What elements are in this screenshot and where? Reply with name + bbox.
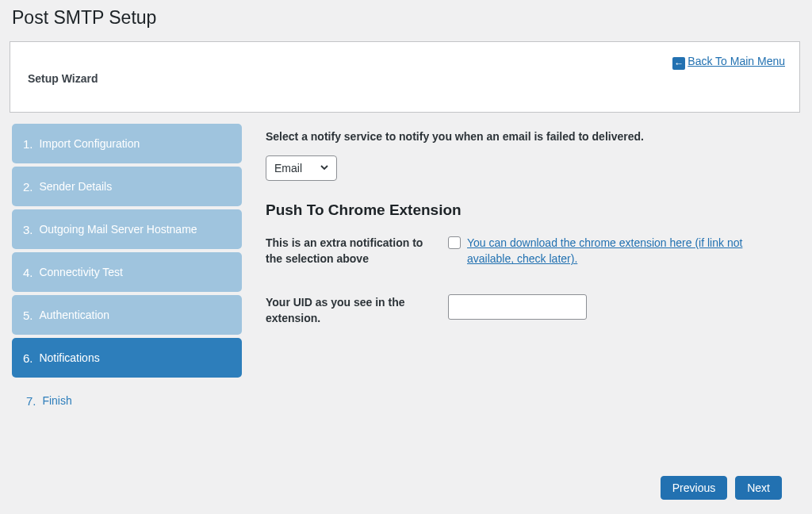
wizard-steps-sidebar: 1. Import Configuration 2. Sender Detail… — [12, 124, 242, 424]
wizard-step-sender-details[interactable]: 2. Sender Details — [12, 167, 242, 206]
notify-service-heading: Select a notify service to notify you wh… — [266, 130, 786, 143]
previous-button[interactable]: Previous — [661, 476, 727, 500]
extra-notification-label: This is an extra notification to the sel… — [266, 235, 448, 267]
wizard-header-card: ←Back To Main Menu Setup Wizard — [10, 41, 800, 113]
chrome-extension-section-heading: Push To Chrome Extension — [266, 201, 786, 219]
download-extension-link[interactable]: You can download the chrome extension he… — [467, 235, 786, 267]
wizard-step-import-configuration[interactable]: 1. Import Configuration — [12, 124, 242, 163]
next-button[interactable]: Next — [735, 476, 782, 500]
download-extension-checkbox[interactable] — [448, 236, 461, 249]
card-subtitle: Setup Wizard — [28, 72, 782, 85]
wizard-step-connectivity-test[interactable]: 4. Connectivity Test — [12, 252, 242, 292]
uid-input[interactable] — [448, 294, 587, 320]
uid-label: Your UID as you see in the extension. — [266, 294, 448, 327]
arrow-left-icon: ← — [672, 57, 685, 70]
page-title: Post SMTP Setup — [0, 0, 812, 32]
wizard-step-notifications[interactable]: 6. Notifications — [12, 338, 242, 378]
wizard-step-outgoing-mail-server-hostname[interactable]: 3. Outgoing Mail Server Hostname — [12, 209, 242, 249]
wizard-step-authentication[interactable]: 5. Authentication — [12, 295, 242, 335]
wizard-step-finish: 7. Finish — [12, 381, 242, 420]
back-to-main-menu-link[interactable]: Back To Main Menu — [688, 55, 785, 67]
wizard-content: Select a notify service to notify you wh… — [266, 124, 800, 424]
notify-service-select[interactable]: Email — [266, 155, 337, 181]
